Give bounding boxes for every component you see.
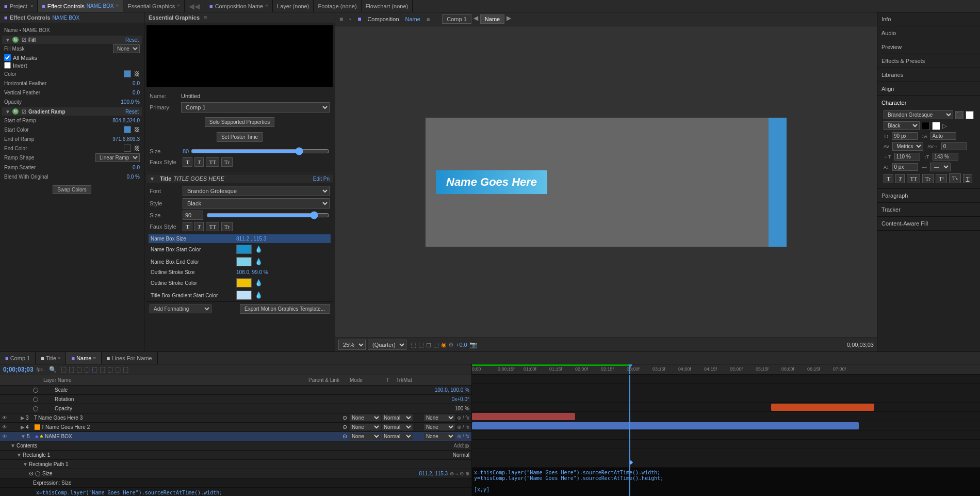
tab-composition[interactable]: ■ Composition Name ≡ (205, 0, 273, 12)
layer5-mode[interactable]: Normal (382, 433, 413, 440)
start-eyedropper[interactable]: 💧 (255, 246, 263, 253)
font-size-slider[interactable] (206, 211, 330, 219)
comp-tab-name[interactable]: Name (480, 14, 504, 24)
prop-row-title-grad[interactable]: Title Box Gradient Start Color 💧 (149, 289, 331, 301)
quality-select[interactable]: (Quarter) (368, 340, 406, 350)
gradient-expand[interactable]: ▼ (5, 109, 10, 115)
tl-tab-comp1[interactable]: ■ Comp 1 (0, 352, 36, 364)
tl-timecode[interactable]: 0;00;03;03 (3, 366, 34, 373)
zoom-select[interactable]: 25% (338, 340, 366, 350)
char-white-swatch[interactable] (932, 122, 940, 130)
layer3-vis[interactable]: 👁 (2, 415, 8, 421)
char-hscale-input[interactable] (894, 153, 920, 161)
faux-small-btn[interactable]: Tr (221, 157, 233, 167)
gradient-reset[interactable]: Reset (125, 109, 139, 115)
layer4-mode[interactable]: Normal (382, 424, 413, 430)
add-btn[interactable]: ⊕ (464, 442, 469, 450)
start-color-swatch-large[interactable] (236, 245, 252, 254)
eg-size-slider[interactable] (191, 147, 330, 155)
tl-search-icon[interactable]: 🔍 (49, 366, 57, 373)
fill-checkbox[interactable]: ☑ (22, 37, 26, 43)
char-color-white[interactable] (966, 111, 974, 119)
fill-expand[interactable]: ▼ (5, 37, 10, 43)
layer5-trkmat[interactable]: None (424, 433, 455, 440)
char-italic-btn[interactable]: T (895, 174, 905, 183)
char-baseline-input[interactable] (892, 163, 918, 171)
font-size-input[interactable] (183, 211, 203, 220)
char-font-select[interactable]: Brandon Grotesque (884, 110, 953, 119)
tl-icon9[interactable]: ⬚ (123, 366, 128, 373)
layer4-trkmat[interactable]: None (424, 424, 455, 430)
char-tsumi-select[interactable]: — px (930, 163, 951, 171)
prop-row-namebox-size[interactable]: Name Box Size 811.2 , 115.3 (149, 234, 331, 243)
comp-nav-right[interactable]: ▶ (507, 14, 511, 24)
tab-project[interactable]: ■ Project × (0, 0, 38, 12)
contents-expand[interactable]: ▼ (10, 443, 15, 449)
info-title[interactable]: Info (881, 14, 976, 24)
char-super-btn[interactable]: T¹ (936, 174, 947, 183)
swap-colors-btn[interactable]: Swap Colors (53, 185, 91, 194)
end-eyedropper[interactable]: 💧 (255, 258, 263, 265)
rectpath1-expand[interactable]: ▼ (23, 461, 28, 467)
tab-essential-graphics[interactable]: Essential Graphics ≡ (123, 0, 185, 12)
faux-italic-btn[interactable]: T (194, 157, 204, 167)
libraries-title[interactable]: Libraries (881, 70, 976, 79)
toggle-icon1[interactable]: ⬚ (411, 341, 416, 348)
fill-reset[interactable]: Reset (125, 37, 139, 43)
title-collapse[interactable]: ▼ (150, 176, 155, 182)
title-grad-swatch[interactable] (236, 291, 252, 300)
end-color-swatch-large[interactable] (236, 257, 252, 266)
eg-primary-select[interactable]: Comp 1 (181, 102, 330, 113)
char-allcaps-btn[interactable]: TT (907, 174, 920, 183)
tracker-title[interactable]: Tracker (881, 205, 976, 214)
outline-eyedropper[interactable]: 💧 (255, 279, 263, 286)
toggle-icon5[interactable]: ◉ (441, 341, 446, 348)
char-sub-btn[interactable]: T₁ (949, 173, 961, 183)
effects-presets-title[interactable]: Effects & Presets (881, 56, 976, 66)
faux-T2[interactable]: T (194, 222, 204, 231)
tab-close-project[interactable]: × (30, 4, 33, 9)
fill-section-header[interactable]: ▼ fx ☑ Fill Reset (2, 36, 142, 44)
layer3-mode[interactable]: Normal (382, 414, 413, 421)
layer4-parent[interactable]: None (350, 424, 381, 430)
toggle-icon6[interactable]: ⚙ (448, 341, 454, 348)
char-vscale-input[interactable] (933, 153, 958, 161)
export-template-btn[interactable]: Export Motion Graphics Template... (240, 304, 330, 314)
layer3-expand[interactable]: ▶ (21, 415, 25, 421)
char-style-select[interactable]: Black (884, 121, 920, 130)
align-title[interactable]: Align (881, 84, 976, 93)
char-metrics-select[interactable]: Metrics (892, 142, 923, 151)
tl-icon6[interactable]: ⬚ (100, 366, 105, 373)
fill-mask-select[interactable]: None (113, 44, 140, 53)
faux-T1[interactable]: T (183, 222, 192, 231)
layer5-expand[interactable]: ▼ (21, 434, 26, 439)
comp-nav-left[interactable]: ◀ (473, 14, 478, 24)
set-poster-btn[interactable]: Set Poster Time (217, 132, 263, 142)
style-select[interactable]: Black (183, 198, 330, 209)
ramp-shape-select[interactable]: Linear Ramp (95, 153, 140, 162)
char-bold-btn[interactable]: T (884, 174, 893, 183)
add-formatting-select[interactable]: Add Formatting (150, 305, 211, 313)
char-font-icon[interactable]: ⬛ (955, 111, 963, 119)
tl-icon4[interactable]: ⬚ (84, 366, 90, 373)
tl-tab-title[interactable]: ■ Title × (36, 352, 66, 364)
layer3-parent[interactable]: None (350, 414, 381, 421)
char-extra-icon[interactable]: ▷ (942, 122, 947, 130)
tl-icon2[interactable]: ⬚ (69, 366, 74, 373)
char-under-btn[interactable]: T (963, 174, 973, 183)
tl-tab-lines[interactable]: ■ Lines For Name (102, 352, 158, 364)
prop-row-outline-color[interactable]: Outline Stroke Color 💧 (149, 277, 331, 289)
camera-icon[interactable]: 📷 (469, 341, 477, 348)
tab-effect-controls[interactable]: ■ Effect Controls NAME BOX ≡ (38, 0, 123, 12)
faux-bold-btn[interactable]: T (183, 157, 192, 167)
start-color-swatch[interactable] (124, 126, 131, 133)
comp-tab-comp1[interactable]: Comp 1 (442, 14, 471, 24)
rect1-expand[interactable]: ▼ (17, 452, 22, 458)
tl-icon7[interactable]: ⬚ (107, 366, 113, 373)
title-eyedropper[interactable]: 💧 (255, 292, 263, 299)
toggle-icon2[interactable]: ⬚ (418, 341, 424, 348)
char-leading-input[interactable] (930, 132, 956, 140)
tab-flowchart[interactable]: Flowchart (none) (362, 0, 413, 12)
invert-cb[interactable] (4, 62, 11, 69)
audio-title[interactable]: Audio (881, 28, 976, 38)
